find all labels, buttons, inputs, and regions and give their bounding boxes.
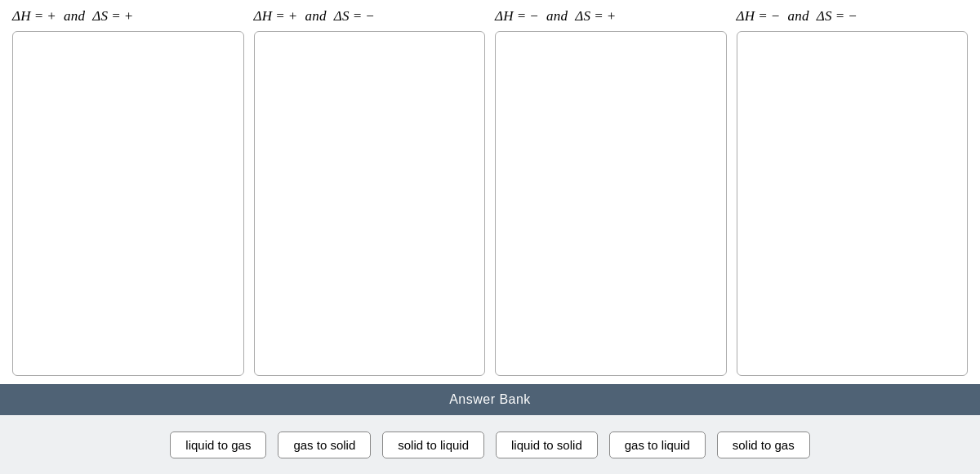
drop-zone-2[interactable] (254, 31, 486, 376)
column-4: ΔH = − and ΔS = − (737, 8, 969, 376)
chip-gas-to-liquid[interactable]: gas to liquid (609, 432, 706, 458)
answer-bank-items: liquid to gas gas to solid solid to liqu… (0, 415, 980, 474)
column-2: ΔH = + and ΔS = − (254, 8, 486, 376)
chip-liquid-to-solid[interactable]: liquid to solid (496, 432, 598, 458)
drop-zone-1[interactable] (12, 31, 244, 376)
column-3: ΔH = − and ΔS = + (495, 8, 727, 376)
drop-zone-4[interactable] (737, 31, 969, 376)
chip-gas-to-solid[interactable]: gas to solid (278, 432, 371, 458)
column-4-header: ΔH = − and ΔS = − (737, 8, 969, 25)
column-1: ΔH = + and ΔS = + (12, 8, 244, 376)
column-3-header: ΔH = − and ΔS = + (495, 8, 727, 25)
chip-solid-to-liquid[interactable]: solid to liquid (382, 432, 484, 458)
column-2-header: ΔH = + and ΔS = − (254, 8, 486, 25)
drop-zone-3[interactable] (495, 31, 727, 376)
answer-bank-section: Answer Bank liquid to gas gas to solid s… (0, 384, 980, 474)
chip-liquid-to-gas[interactable]: liquid to gas (170, 432, 266, 458)
answer-bank-header: Answer Bank (0, 384, 980, 415)
main-area: ΔH = + and ΔS = + ΔH = + and ΔS = − ΔH =… (0, 0, 980, 384)
column-1-header: ΔH = + and ΔS = + (12, 8, 244, 25)
chip-solid-to-gas[interactable]: solid to gas (717, 432, 810, 458)
